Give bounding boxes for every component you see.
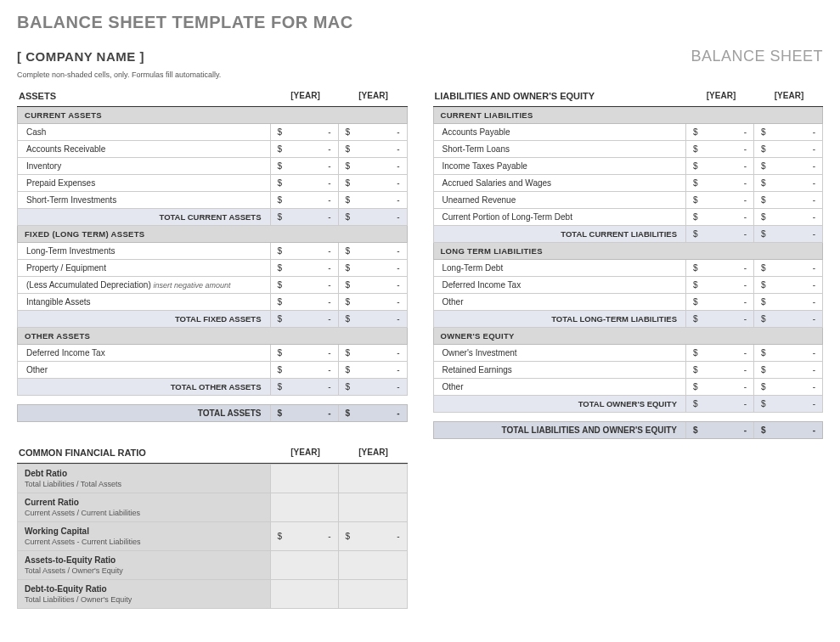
row-label: Cash <box>18 124 271 140</box>
ratio-value-cell <box>271 465 339 493</box>
table-row: Retained Earnings $-$- <box>433 362 824 379</box>
row-label: Accrued Salaries and Wages <box>434 175 687 191</box>
total-liabilities-equity-label: TOTAL LIABILITIES AND OWNER'S EQUITY <box>434 422 687 438</box>
value-cell[interactable]: $- <box>339 294 407 310</box>
value-cell[interactable]: $- <box>339 243 407 259</box>
value-cell[interactable]: $- <box>754 260 822 276</box>
table-row: Cash $-$- <box>17 124 408 141</box>
fixed-assets-header: FIXED (LONG TERM) ASSETS <box>17 226 408 243</box>
value-cell[interactable]: $- <box>271 260 339 276</box>
value-cell[interactable]: $- <box>754 277 822 293</box>
value-cell[interactable]: $- <box>339 124 407 140</box>
value-cell[interactable]: $- <box>271 192 339 208</box>
longterm-liabilities-header: LONG TERM LIABILITIES <box>433 243 824 260</box>
value-cell[interactable]: $- <box>339 141 407 157</box>
value-cell[interactable]: $- <box>686 192 754 208</box>
table-row: Other $-$- <box>433 379 824 396</box>
other-assets-header: OTHER ASSETS <box>17 328 408 345</box>
value-cell[interactable]: $- <box>686 362 754 378</box>
ratio-value-cell: $- <box>271 522 339 550</box>
current-assets-header: CURRENT ASSETS <box>17 107 408 124</box>
ratio-label: Assets-to-Equity RatioTotal Assets / Own… <box>18 551 271 579</box>
value-cell: $- <box>339 209 407 225</box>
value-cell[interactable]: $- <box>686 124 754 140</box>
value-cell: $- <box>686 311 754 327</box>
ratio-block: COMMON FINANCIAL RATIO [YEAR] [YEAR] Deb… <box>17 444 408 609</box>
ratio-row: Debt RatioTotal Liabilities / Total Asse… <box>17 464 408 493</box>
total-current-assets-row: TOTAL CURRENT ASSETS $- $- <box>17 209 408 226</box>
value-cell[interactable]: $- <box>754 294 822 310</box>
ratio-row: Debt-to-Equity RatioTotal Liabilities / … <box>17 580 408 609</box>
total-fixed-assets-label: TOTAL FIXED ASSETS <box>18 311 271 327</box>
value-cell[interactable]: $- <box>754 175 822 191</box>
value-cell[interactable]: $- <box>754 209 822 225</box>
row-label: Long-Term Debt <box>434 260 687 276</box>
value-cell[interactable]: $- <box>686 141 754 157</box>
table-row: Deferred Income Tax $-$- <box>433 277 824 294</box>
year-header-2: [YEAR] <box>340 87 408 104</box>
value-cell: $- <box>754 311 822 327</box>
table-row: Accounts Receivable $-$- <box>17 141 408 158</box>
table-row: Accrued Salaries and Wages $-$- <box>433 175 824 192</box>
value-cell[interactable]: $- <box>271 362 339 378</box>
value-cell[interactable]: $- <box>271 345 339 361</box>
row-label: Other <box>434 379 687 395</box>
value-cell: $- <box>686 422 754 438</box>
value-cell[interactable]: $- <box>271 175 339 191</box>
row-label: Other <box>434 294 687 310</box>
ratio-row: Working CapitalCurrent Assets - Current … <box>17 522 408 551</box>
value-cell[interactable]: $- <box>271 243 339 259</box>
total-owners-equity-label: TOTAL OWNER'S EQUITY <box>434 396 687 412</box>
value-cell: $- <box>754 422 822 438</box>
company-name: [ COMPANY NAME ] <box>17 49 144 64</box>
value-cell[interactable]: $- <box>339 192 407 208</box>
value-cell[interactable]: $- <box>339 362 407 378</box>
value-cell[interactable]: $- <box>339 175 407 191</box>
value-cell[interactable]: $- <box>754 124 822 140</box>
value-cell[interactable]: $- <box>686 345 754 361</box>
row-label: Intangible Assets <box>18 294 271 310</box>
total-current-liabilities-row: TOTAL CURRENT LIABILITIES $- $- <box>433 226 824 243</box>
value-cell[interactable]: $- <box>271 141 339 157</box>
document-type: BALANCE SHEET <box>691 48 823 65</box>
ratio-title: COMMON FINANCIAL RATIO <box>17 444 272 461</box>
table-row: (Less Accumulated Depreciation) insert n… <box>17 277 408 294</box>
instruction-text: Complete non-shaded cells, only. Formula… <box>17 70 823 79</box>
value-cell[interactable]: $- <box>754 379 822 395</box>
value-cell[interactable]: $- <box>271 294 339 310</box>
value-cell[interactable]: $- <box>754 192 822 208</box>
ratio-label: Debt-to-Equity RatioTotal Liabilities / … <box>18 580 271 608</box>
row-label: Accounts Payable <box>434 124 687 140</box>
ratio-label: Current RatioCurrent Assets / Current Li… <box>18 493 271 521</box>
value-cell[interactable]: $- <box>686 158 754 174</box>
value-cell[interactable]: $- <box>271 277 339 293</box>
value-cell[interactable]: $- <box>686 175 754 191</box>
value-cell[interactable]: $- <box>271 124 339 140</box>
value-cell[interactable]: $- <box>754 141 822 157</box>
row-label: Unearned Revenue <box>434 192 687 208</box>
value-cell[interactable]: $- <box>754 158 822 174</box>
ratio-value-cell <box>339 551 407 579</box>
value-cell[interactable]: $- <box>686 209 754 225</box>
table-row: Property / Equipment $-$- <box>17 260 408 277</box>
value-cell[interactable]: $- <box>339 345 407 361</box>
value-cell[interactable]: $- <box>339 260 407 276</box>
ratio-value-cell <box>271 493 339 521</box>
value-cell: $- <box>271 311 339 327</box>
value-cell[interactable]: $- <box>686 260 754 276</box>
row-label: Current Portion of Long-Term Debt <box>434 209 687 225</box>
value-cell[interactable]: $- <box>686 277 754 293</box>
value-cell[interactable]: $- <box>339 158 407 174</box>
value-cell[interactable]: $- <box>754 362 822 378</box>
value-cell[interactable]: $- <box>686 294 754 310</box>
value-cell[interactable]: $- <box>754 345 822 361</box>
row-label: Other <box>18 362 271 378</box>
liabilities-title: LIABILITIES AND OWNER'S EQUITY <box>433 87 688 104</box>
value-cell[interactable]: $- <box>686 379 754 395</box>
value-cell: $- <box>271 405 339 421</box>
value-cell: $- <box>271 209 339 225</box>
value-cell[interactable]: $- <box>339 277 407 293</box>
value-cell[interactable]: $- <box>271 158 339 174</box>
current-liabilities-header: CURRENT LIABILITIES <box>433 107 824 124</box>
row-label: Deferred Income Tax <box>434 277 687 293</box>
